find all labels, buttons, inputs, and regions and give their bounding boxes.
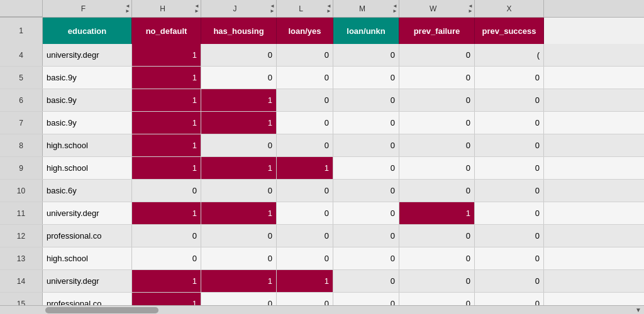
cell-r14-loan-unkn[interactable]: 0	[333, 270, 399, 292]
cell-r7-has-housing[interactable]: 1	[201, 112, 277, 134]
cell-r8-education[interactable]: high.school	[43, 134, 132, 156]
col-m-right-arrow[interactable]: ►	[392, 9, 397, 14]
cell-r10-has-housing[interactable]: 0	[201, 180, 277, 202]
cell-r7-loan-yes[interactable]: 0	[277, 112, 333, 134]
cell-r5-loan-unkn[interactable]: 0	[333, 67, 399, 89]
cell-r14-prev-failure[interactable]: 0	[399, 270, 475, 292]
cell-r9-no-default[interactable]: 1	[132, 157, 201, 179]
cell-r4-loan-unkn[interactable]: 0	[333, 44, 399, 66]
cell-r15-prev-success[interactable]: 0	[475, 293, 544, 305]
cell-r4-loan-yes[interactable]: 0	[277, 44, 333, 66]
cell-r7-loan-unkn[interactable]: 0	[333, 112, 399, 134]
col-header-j[interactable]: J ◄ ►	[201, 0, 277, 17]
cell-r8-prev-failure[interactable]: 0	[399, 134, 475, 156]
cell-r11-loan-yes[interactable]: 0	[277, 202, 333, 224]
scrollbar-thumb[interactable]	[45, 307, 158, 313]
cell-r10-no-default[interactable]: 0	[132, 180, 201, 202]
cell-r9-loan-yes[interactable]: 1	[277, 157, 333, 179]
cell-r8-loan-yes[interactable]: 0	[277, 134, 333, 156]
cell-r13-prev-failure[interactable]: 0	[399, 247, 475, 269]
cell-r7-prev-failure[interactable]: 0	[399, 112, 475, 134]
cell-r4-no-default[interactable]: 1	[132, 44, 201, 66]
cell-r5-has-housing[interactable]: 0	[201, 67, 277, 89]
cell-r15-loan-unkn[interactable]: 0	[333, 293, 399, 305]
cell-r12-has-housing[interactable]: 0	[201, 225, 277, 247]
cell-r10-prev-success[interactable]: 0	[475, 180, 544, 202]
cell-r15-prev-failure[interactable]: 0	[399, 293, 475, 305]
cell-r9-prev-success[interactable]: 0	[475, 157, 544, 179]
cell-r5-loan-yes[interactable]: 0	[277, 67, 333, 89]
cell-r8-has-housing[interactable]: 0	[201, 134, 277, 156]
cell-r10-education[interactable]: basic.6y	[43, 180, 132, 202]
col-header-l[interactable]: L ◄ ►	[277, 0, 333, 17]
cell-r14-has-housing[interactable]: 1	[201, 270, 277, 292]
cell-r6-prev-success[interactable]: 0	[475, 89, 544, 111]
cell-r9-education[interactable]: high.school	[43, 157, 132, 179]
cell-r8-loan-unkn[interactable]: 0	[333, 134, 399, 156]
cell-r8-no-default[interactable]: 1	[132, 134, 201, 156]
col-l-right-arrow[interactable]: ►	[326, 9, 331, 14]
cell-r14-prev-success[interactable]: 0	[475, 270, 544, 292]
cell-r6-loan-unkn[interactable]: 0	[333, 89, 399, 111]
cell-r9-prev-failure[interactable]: 0	[399, 157, 475, 179]
col-j-right-arrow[interactable]: ►	[270, 9, 275, 14]
cell-r4-prev-failure[interactable]: 0	[399, 44, 475, 66]
cell-r14-no-default[interactable]: 1	[132, 270, 201, 292]
cell-r12-prev-failure[interactable]: 0	[399, 225, 475, 247]
col-header-m[interactable]: M ◄ ►	[333, 0, 399, 17]
cell-r12-prev-success[interactable]: 0	[475, 225, 544, 247]
horizontal-scrollbar[interactable]: ▼	[0, 305, 644, 314]
cell-r13-loan-unkn[interactable]: 0	[333, 247, 399, 269]
cell-r5-prev-failure[interactable]: 0	[399, 67, 475, 89]
cell-r10-loan-yes[interactable]: 0	[277, 180, 333, 202]
cell-r11-prev-failure[interactable]: 1	[399, 202, 475, 224]
cell-r10-prev-failure[interactable]: 0	[399, 180, 475, 202]
cell-r6-loan-yes[interactable]: 0	[277, 89, 333, 111]
scroll-right-indicator[interactable]: ▼	[635, 306, 641, 313]
cell-r11-has-housing[interactable]: 1	[201, 202, 277, 224]
cell-r11-education[interactable]: university.degr	[43, 202, 132, 224]
cell-r4-prev-success[interactable]: (	[475, 44, 544, 66]
cell-r6-has-housing[interactable]: 1	[201, 89, 277, 111]
col-f-right-arrow[interactable]: ►	[125, 9, 130, 14]
cell-r15-no-default[interactable]: 1	[132, 293, 201, 305]
cell-r13-loan-yes[interactable]: 0	[277, 247, 333, 269]
cell-r12-no-default[interactable]: 0	[132, 225, 201, 247]
cell-r9-loan-unkn[interactable]: 0	[333, 157, 399, 179]
cell-r15-has-housing[interactable]: 0	[201, 293, 277, 305]
cell-r5-no-default[interactable]: 1	[132, 67, 201, 89]
cell-r13-has-housing[interactable]: 0	[201, 247, 277, 269]
col-header-x[interactable]: X	[475, 0, 544, 17]
cell-r12-loan-yes[interactable]: 0	[277, 225, 333, 247]
col-header-w[interactable]: W ◄ ►	[399, 0, 475, 17]
cell-r5-prev-success[interactable]: 0	[475, 67, 544, 89]
cell-r14-education[interactable]: university.degr	[43, 270, 132, 292]
cell-r11-prev-success[interactable]: 0	[475, 202, 544, 224]
cell-r6-prev-failure[interactable]: 0	[399, 89, 475, 111]
cell-r5-education[interactable]: basic.9y	[43, 67, 132, 89]
cell-r13-no-default[interactable]: 0	[132, 247, 201, 269]
cell-r15-loan-yes[interactable]: 0	[277, 293, 333, 305]
cell-r13-prev-success[interactable]: 0	[475, 247, 544, 269]
cell-r4-has-housing[interactable]: 0	[201, 44, 277, 66]
cell-r11-loan-unkn[interactable]: 0	[333, 202, 399, 224]
cell-r13-education[interactable]: high.school	[43, 247, 132, 269]
cell-r8-prev-success[interactable]: 0	[475, 134, 544, 156]
cell-r11-no-default[interactable]: 1	[132, 202, 201, 224]
cell-r7-no-default[interactable]: 1	[132, 112, 201, 134]
cell-r6-education[interactable]: basic.9y	[43, 89, 132, 111]
cell-r12-loan-unkn[interactable]: 0	[333, 225, 399, 247]
cell-r6-no-default[interactable]: 1	[132, 89, 201, 111]
cell-r10-loan-unkn[interactable]: 0	[333, 180, 399, 202]
cell-r14-loan-yes[interactable]: 1	[277, 270, 333, 292]
cell-r9-has-housing[interactable]: 1	[201, 157, 277, 179]
cell-r4-education[interactable]: university.degr	[43, 44, 132, 66]
col-header-f[interactable]: F ◄ ►	[43, 0, 132, 17]
cell-r7-prev-success[interactable]: 0	[475, 112, 544, 134]
col-header-h[interactable]: H ◄ ►	[132, 0, 201, 17]
col-h-right-arrow[interactable]: ►	[194, 9, 199, 14]
cell-r7-education[interactable]: basic.9y	[43, 112, 132, 134]
cell-r12-education[interactable]: professional.co	[43, 225, 132, 247]
cell-r15-education[interactable]: professional.co	[43, 293, 132, 305]
col-w-right-arrow[interactable]: ►	[468, 9, 473, 14]
